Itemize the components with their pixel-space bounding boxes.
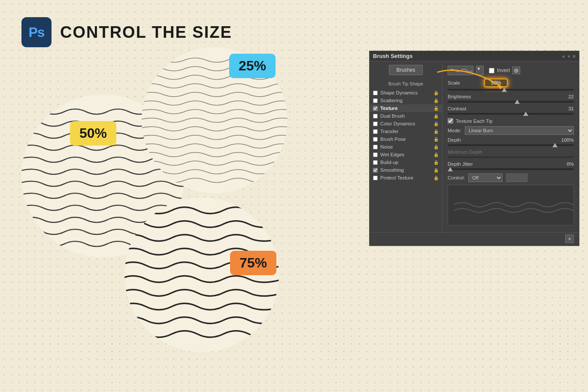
dual-brush-checkbox[interactable] [373, 114, 378, 119]
invert-row: Invert [489, 67, 510, 73]
lock-icon: 🔒 [433, 176, 439, 180]
brush-preview [448, 185, 574, 225]
badge-25: 25% [229, 54, 276, 78]
sidebar-item-color-dynamics[interactable]: Color Dynamics 🔒 [370, 120, 442, 128]
sidebar-item-transfer[interactable]: Transfer 🔒 [370, 128, 442, 135]
invert-checkbox[interactable] [489, 68, 494, 73]
smoothing-checkbox[interactable] [373, 168, 378, 173]
page-title: CONTROL THE SIZE [60, 23, 232, 42]
sidebar-item-noise[interactable]: Noise 🔒 [370, 143, 442, 151]
panel-title: Brush Settings [373, 53, 412, 59]
sidebar-item-scattering[interactable]: Scattering 🔒 [370, 97, 442, 104]
protect-texture-checkbox[interactable] [373, 176, 378, 180]
panel-body: Brushes Brush Tip Shape Shape Dynamics 🔒… [370, 61, 579, 232]
texture-each-tip-row: Texture Each Tip [448, 118, 574, 124]
min-depth-slider[interactable] [448, 156, 574, 158]
lock-icon: 🔒 [433, 152, 439, 157]
panel-sidebar: Brushes Brush Tip Shape Shape Dynamics 🔒… [370, 61, 443, 232]
scale-row: Scale 50% [448, 79, 574, 87]
lock-icon: 🔒 [433, 145, 439, 149]
build-up-checkbox[interactable] [373, 160, 378, 165]
wave-preview [448, 66, 473, 75]
sidebar-item-dual-brush[interactable]: Dual Brush 🔒 [370, 112, 442, 120]
panel-footer: + [370, 232, 579, 246]
depth-value: 100% [550, 137, 574, 143]
control-select[interactable]: Off [468, 173, 503, 182]
brightness-value: 22 [550, 94, 574, 99]
sidebar-label: Transfer [380, 129, 398, 134]
scale-slider[interactable] [448, 89, 574, 91]
lock-icon: 🔒 [433, 137, 439, 142]
lock-icon: 🔒 [433, 98, 439, 103]
sidebar-item-texture[interactable]: Texture 🔒 [370, 104, 442, 112]
ps-logo: Ps [21, 17, 52, 47]
color-dynamics-checkbox[interactable] [373, 122, 378, 126]
panel-controls: « × ≡ [562, 54, 576, 59]
sidebar-label: Smoothing [380, 167, 404, 173]
depth-slider[interactable] [448, 144, 574, 146]
brightness-label: Brightness [448, 94, 484, 99]
min-depth-label: Minimum Depth [448, 149, 484, 155]
invert-label: Invert [497, 67, 510, 73]
sidebar-item-brush-pose[interactable]: Brush Pose 🔒 [370, 135, 442, 143]
lock-icon: 🔒 [433, 91, 439, 95]
depth-jitter-slider[interactable] [448, 168, 574, 170]
scale-value[interactable]: 50% [484, 79, 508, 87]
lock-icon: 🔒 [433, 122, 439, 126]
sidebar-item-build-up[interactable]: Build-up 🔒 [370, 158, 442, 166]
sidebar-item-smoothing[interactable]: Smoothing 🔒 [370, 166, 442, 174]
sidebar-label: Shape Dynamics [380, 90, 418, 95]
sidebar-label: Protect Texture [380, 175, 413, 180]
contrast-label: Contrast [448, 106, 484, 111]
brightness-row: Brightness 22 [448, 94, 574, 99]
badge-50: 50% [70, 121, 116, 146]
panel-titlebar: Brush Settings « × ≡ [370, 51, 579, 61]
shape-dynamics-checkbox[interactable] [373, 91, 378, 95]
mode-row: Mode: Linear Burn [448, 126, 574, 135]
brush-tip-shape-label: Brush Tip Shape [370, 79, 442, 89]
control-row: Control: Off [448, 173, 574, 182]
lock-icon: 🔒 [433, 168, 439, 173]
sidebar-label: Wet Edges [380, 152, 404, 157]
transfer-checkbox[interactable] [373, 129, 378, 134]
control-box [506, 173, 527, 182]
sidebar-item-protect-texture[interactable]: Protect Texture 🔒 [370, 174, 442, 182]
sidebar-label: Dual Brush [380, 113, 405, 119]
lock-icon: 🔒 [433, 129, 439, 134]
texture-checkbox[interactable] [373, 106, 378, 111]
contrast-slider[interactable] [448, 113, 574, 115]
scattering-checkbox[interactable] [373, 98, 378, 103]
brush-settings-panel: Brush Settings « × ≡ Brushes Brush Tip S… [369, 51, 579, 246]
menu-icon[interactable]: ≡ [573, 54, 576, 59]
brightness-slider[interactable] [448, 101, 574, 103]
sidebar-label: Brush Pose [380, 137, 406, 142]
brushes-button[interactable]: Brushes [389, 65, 422, 75]
texture-each-tip-checkbox[interactable] [448, 118, 453, 124]
depth-jitter-row: Depth Jitter 0% [448, 161, 574, 167]
wave-dropdown[interactable]: ▼ [476, 66, 484, 75]
lock-icon: 🔒 [433, 106, 439, 111]
brush-pose-checkbox[interactable] [373, 137, 378, 142]
sidebar-label: Build-up [380, 160, 398, 165]
depth-jitter-value: 0% [550, 161, 574, 167]
sidebar-item-shape-dynamics[interactable]: Shape Dynamics 🔒 [370, 89, 442, 97]
sidebar-label: Scattering [380, 98, 403, 103]
collapse-icon[interactable]: « [562, 54, 565, 59]
add-texture-button[interactable]: ⊕ [512, 67, 520, 74]
depth-row: Depth 100% [448, 137, 574, 143]
min-depth-row: Minimum Depth [448, 149, 574, 155]
panel-content: ▼ Invert ⊕ Scale 50% Brightness 22 [443, 61, 579, 232]
lock-icon: 🔒 [433, 114, 439, 119]
mode-label: Mode: [448, 128, 461, 133]
contrast-row: Contrast 31 [448, 106, 574, 111]
control-label: Control: [448, 175, 465, 180]
mode-select[interactable]: Linear Burn [465, 126, 574, 135]
depth-jitter-label: Depth Jitter [448, 161, 484, 167]
noise-checkbox[interactable] [373, 145, 378, 149]
sidebar-label: Color Dynamics [380, 121, 415, 126]
texture-each-tip-label: Texture Each Tip [456, 119, 493, 124]
wet-edges-checkbox[interactable] [373, 152, 378, 157]
sidebar-item-wet-edges[interactable]: Wet Edges 🔒 [370, 151, 442, 158]
add-preset-button[interactable]: + [565, 234, 574, 243]
close-icon[interactable]: × [567, 54, 570, 59]
